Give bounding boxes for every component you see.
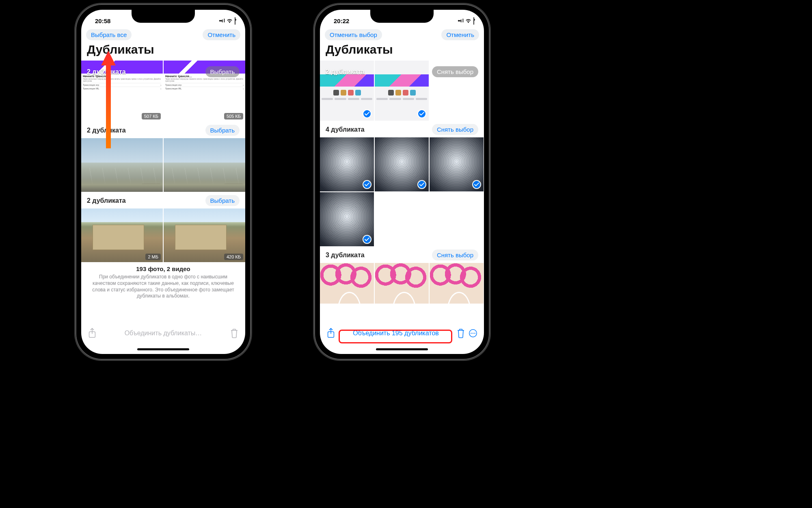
svg-point-4	[471, 333, 471, 334]
cellular-icon: ••ı l	[458, 18, 463, 24]
cancel-button[interactable]: Отменить	[441, 29, 479, 40]
selected-check-icon	[472, 180, 481, 189]
deselect-group-button[interactable]: Снять выбор	[432, 66, 478, 77]
group-header: 2 дубликата Выбрать	[81, 122, 245, 138]
select-button[interactable]: Выбрать	[205, 66, 240, 77]
more-icon[interactable]	[469, 328, 477, 339]
merge-button: Объединить дубликаты…	[125, 330, 202, 337]
share-icon	[88, 328, 97, 339]
phone-left: 20:58 ••ı l Выбрать все Отменить Дублика…	[76, 4, 251, 360]
notch	[370, 10, 434, 23]
toolbar: Объединить дубликаты…	[81, 322, 245, 344]
count-label: 193 фото, 2 видео	[86, 265, 240, 272]
photo-thumb[interactable]	[430, 263, 484, 304]
toolbar: Объединить 195 дубликатов	[320, 322, 484, 344]
photo-thumb[interactable]	[320, 263, 374, 304]
trash-icon[interactable]	[456, 328, 465, 339]
group-label: 2 дубликата	[87, 68, 126, 76]
clock: 20:58	[95, 17, 110, 24]
select-all-button[interactable]: Выбрать все	[86, 29, 132, 40]
deselect-button[interactable]: Отменить выбор	[325, 29, 382, 40]
trash-icon	[230, 328, 239, 339]
battery-icon	[235, 17, 235, 24]
home-indicator	[81, 344, 245, 354]
group-label: 3 дубликата	[326, 252, 365, 259]
footer-summary: 193 фото, 2 видео При объединении дублик…	[81, 262, 245, 300]
filesize-badge: 505 КБ	[224, 113, 243, 119]
select-button[interactable]: Выбрать	[205, 195, 240, 206]
group-label: 2 дубликата	[87, 127, 126, 134]
selected-check-icon	[363, 235, 371, 244]
group-header: 2 дубликата Выбрать	[81, 192, 245, 208]
photo-thumb[interactable]: 1,7 МБ	[164, 138, 245, 192]
photo-thumb[interactable]: 420 КБ	[164, 208, 245, 262]
notch	[132, 10, 195, 23]
group-header: 4 дубликата Снять выбор	[320, 121, 484, 137]
cancel-button[interactable]: Отменить	[203, 29, 240, 40]
photo-thumb[interactable]	[430, 137, 484, 191]
select-button[interactable]: Выбрать	[205, 125, 240, 136]
photo-thumb[interactable]	[320, 192, 374, 246]
wifi-icon	[226, 18, 233, 24]
filesize-badge: 1,7 МБ	[142, 183, 161, 190]
home-indicator	[320, 344, 484, 354]
filesize-badge: 420 КБ	[224, 254, 243, 260]
merge-button[interactable]: Объединить 195 дубликатов	[339, 330, 453, 337]
wifi-icon	[465, 18, 472, 24]
photo-thumb[interactable]	[375, 263, 429, 304]
status-icons: ••ı l	[458, 17, 474, 24]
photo-thumb[interactable]	[375, 137, 429, 191]
nav-bar: Отменить выбор Отменить	[320, 28, 484, 43]
deselect-group-button[interactable]: Снять выбор	[432, 124, 478, 135]
cellular-icon: ••ı l	[219, 18, 225, 24]
group-label: 2 дубликата	[87, 197, 126, 204]
svg-point-5	[473, 333, 473, 334]
phone-right: 20:22 ••ı l Отменить выбор Отменить Дубл…	[314, 4, 490, 360]
group-header: 2 дубликата Выбрать	[81, 63, 245, 80]
group-header: 2 дубликата Снять выбор	[320, 63, 484, 80]
nav-bar: Выбрать все Отменить	[81, 28, 245, 43]
filesize-badge: 1,7 МБ	[224, 183, 243, 190]
photo-thumb[interactable]	[320, 137, 374, 191]
page-title: Дубликаты	[320, 43, 484, 61]
selected-check-icon	[417, 180, 426, 189]
photo-thumb[interactable]: 2 МБ	[81, 208, 163, 262]
svg-point-6	[474, 333, 475, 334]
selected-check-icon	[363, 109, 371, 118]
filesize-badge: 2 МБ	[145, 254, 161, 260]
filesize-badge: 507 КБ	[142, 113, 161, 119]
clock: 20:22	[334, 17, 349, 24]
photo-thumb[interactable]: 1,7 МБ	[81, 138, 163, 192]
group-label: 4 дубликата	[326, 126, 365, 133]
explanation-text: При объединении дубликатов в одно фото с…	[86, 274, 240, 300]
battery-icon	[473, 17, 474, 24]
selected-check-icon	[417, 109, 426, 118]
share-icon[interactable]	[326, 328, 335, 339]
deselect-group-button[interactable]: Снять выбор	[432, 250, 478, 261]
group-label: 2 дубликата	[326, 68, 365, 76]
selected-check-icon	[363, 180, 371, 189]
status-icons: ••ı l	[219, 17, 235, 24]
group-header: 3 дубликата Снять выбор	[320, 246, 484, 263]
page-title: Дубликаты	[81, 43, 245, 61]
